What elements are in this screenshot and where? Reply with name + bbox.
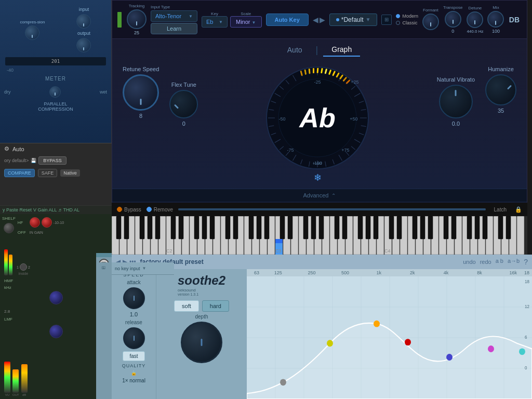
eq-key-label: y Paste Reset xyxy=(3,207,32,212)
detune-knob[interactable] xyxy=(467,11,483,28)
dry-label: dry xyxy=(4,89,11,95)
compare-button[interactable]: COMPARE xyxy=(4,169,35,177)
svg-text:0: 0 xyxy=(525,365,527,370)
hard-button[interactable]: hard xyxy=(202,300,229,312)
transpose-knob[interactable] xyxy=(445,11,461,28)
flex-tune-section: Flex Tune 0 xyxy=(169,82,198,127)
freeze-button[interactable]: ❄ xyxy=(314,172,322,183)
svg-rect-149 xyxy=(506,216,511,239)
undo-button[interactable]: undo xyxy=(463,258,475,266)
classic-option[interactable]: Classic xyxy=(396,20,418,25)
svg-text:6: 6 xyxy=(525,335,527,340)
scale-arrow: ▼ xyxy=(252,20,256,25)
hf-label: HF xyxy=(18,220,28,225)
f250: 250 xyxy=(295,270,329,275)
humanize-knob[interactable] xyxy=(485,74,516,105)
depth-knob[interactable] xyxy=(181,322,222,363)
learn-button[interactable]: Learn xyxy=(151,23,197,34)
attack-knob[interactable] xyxy=(123,287,145,309)
grid-icon[interactable]: ⊞ xyxy=(381,15,392,25)
svg-rect-114 xyxy=(124,216,129,239)
key-dropdown[interactable]: Eb ▼ xyxy=(202,16,228,28)
key-input-label: ⚿ xyxy=(102,266,106,270)
dry-wet-knob[interactable] xyxy=(49,86,61,98)
bypass-dot xyxy=(117,207,122,212)
autotune-toolbar: Tracking 25 Input Type Alto-Tenor ▼ Lear… xyxy=(112,1,527,39)
compressor-knob[interactable] xyxy=(25,25,39,40)
svg-rect-122 xyxy=(210,216,215,239)
hold-label: Hold xyxy=(313,161,322,166)
vibrato-knob[interactable] xyxy=(439,85,473,118)
mode-buttons: soft hard xyxy=(174,300,229,312)
native-button[interactable]: Native xyxy=(60,169,80,177)
f500: 500 xyxy=(328,270,362,275)
modern-option[interactable]: Modern xyxy=(396,14,418,19)
bypass-button[interactable]: BYPASS xyxy=(38,156,66,165)
safe-button[interactable]: SAFE xyxy=(38,169,58,177)
freq-value: 2.8 xyxy=(4,309,10,314)
preset-button[interactable]: *Default ▼ xyxy=(329,14,378,26)
mix-knob[interactable] xyxy=(487,11,504,28)
khz-label: kHz xyxy=(4,285,108,290)
key-input-bar xyxy=(96,253,112,257)
flex-tune-knob[interactable] xyxy=(169,90,198,118)
eq-graph-svg: 18 12 6 0 xyxy=(247,276,532,399)
scale-dropdown[interactable]: Minor ▼ xyxy=(230,16,262,28)
tab-auto[interactable]: Auto xyxy=(279,44,311,56)
tab-separator: | xyxy=(316,45,318,56)
output-knob[interactable] xyxy=(76,38,91,52)
advanced-section[interactable]: Advanced ⌃ xyxy=(112,189,527,202)
svg-text:18: 18 xyxy=(525,279,529,284)
fast-button[interactable]: fast xyxy=(123,351,144,361)
hf-knob2[interactable] xyxy=(42,217,52,228)
soothe-version: version 1.3.1 xyxy=(178,292,198,296)
attack-label: attack xyxy=(127,280,141,285)
mode-section: Modern Classic xyxy=(396,14,418,25)
tab-graph[interactable]: Graph xyxy=(323,43,360,57)
transpose-value: 0 xyxy=(451,29,454,34)
output-label: output xyxy=(77,31,90,36)
freq-start: 63 xyxy=(249,270,259,275)
ab-arrow-label: a→b xyxy=(508,258,520,266)
piano-keys[interactable]: // This is just decorative SVG, rendered… xyxy=(112,216,527,255)
lmf-knob[interactable] xyxy=(49,325,63,338)
svg-rect-137 xyxy=(374,216,378,239)
soft-button[interactable]: soft xyxy=(174,300,199,312)
auto-key-button[interactable]: Auto Key xyxy=(266,14,309,26)
next-preset-button[interactable]: ▶ xyxy=(320,16,325,24)
undo-redo-section: undo redo a b a→b ? xyxy=(463,258,528,266)
freq-knob[interactable] xyxy=(49,291,63,304)
svg-text:C3: C3 xyxy=(275,248,282,254)
bypass-option[interactable]: Bypass xyxy=(117,207,141,212)
remove-option[interactable]: Remove xyxy=(147,207,173,212)
shelf-label: SHELF xyxy=(2,216,16,221)
eq-graph-area: 18 12 6 0 xyxy=(247,276,532,399)
question-icon: ? xyxy=(524,258,528,266)
svg-rect-133 xyxy=(335,216,339,239)
svg-rect-136 xyxy=(366,216,370,239)
ch1-btn[interactable] xyxy=(20,263,27,271)
default-label: ory default> xyxy=(4,158,29,163)
f8k: 8k xyxy=(463,270,497,275)
transpose-section: Transpose 0 xyxy=(443,5,463,34)
eq-node-4 xyxy=(405,339,411,345)
shelf-knob[interactable] xyxy=(4,223,14,233)
retune-knob[interactable] xyxy=(123,74,159,111)
svg-rect-117 xyxy=(155,216,160,239)
svg-rect-127 xyxy=(264,216,269,239)
vu-label: VU xyxy=(5,393,9,396)
redo-button[interactable]: redo xyxy=(480,258,491,266)
formant-knob[interactable] xyxy=(422,14,439,30)
prev-preset-button[interactable]: ◀ xyxy=(313,16,318,24)
lock-icon[interactable]: 🔒 xyxy=(515,206,522,213)
tracking-knob[interactable] xyxy=(127,9,147,29)
keyboard-slider[interactable] xyxy=(178,208,485,210)
eq-node-5 xyxy=(446,354,453,361)
advanced-chevron: ⌃ xyxy=(331,193,336,198)
latch-button[interactable]: Latch xyxy=(491,206,510,214)
hf-knob[interactable] xyxy=(30,217,40,228)
input-type-dropdown[interactable]: Alto-Tenor ▼ xyxy=(151,10,197,22)
release-knob[interactable] xyxy=(123,327,145,349)
retune-label: Retune Speed xyxy=(123,66,159,72)
input-knob[interactable] xyxy=(76,14,91,29)
